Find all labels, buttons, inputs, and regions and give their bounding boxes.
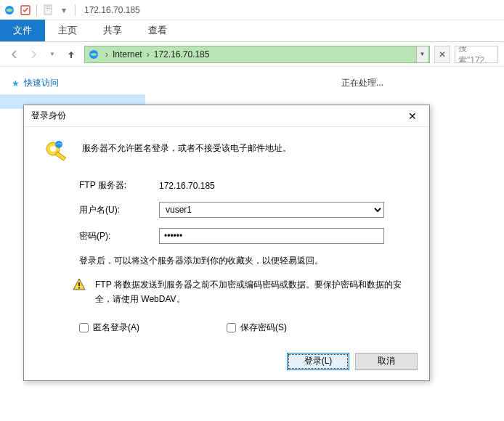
- login-dialog: 登录身份 ✕ 服务器不允许匿名登录，或者不接受该电子邮件地址。 FTP 服务器:: [23, 105, 430, 381]
- warning-icon: [72, 277, 86, 292]
- svg-rect-10: [78, 282, 80, 286]
- dialog-body: 服务器不允许匿名登录，或者不接受该电子邮件地址。 FTP 服务器: 172.16…: [24, 127, 429, 353]
- ribbon-tabs: 文件 主页 共享 查看: [0, 20, 504, 42]
- qat-separator-2: [75, 4, 76, 16]
- stop-refresh-button[interactable]: ✕: [434, 46, 450, 63]
- save-qat-icon[interactable]: [19, 4, 32, 17]
- username-select[interactable]: vuser1: [159, 202, 384, 218]
- chevron-right-icon[interactable]: ›: [104, 49, 110, 60]
- svg-rect-8: [55, 152, 65, 160]
- window-title: 172.16.70.185: [84, 5, 140, 15]
- favorite-note: 登录后，可以将这个服务器添加到你的收藏夹，以便轻易返回。: [79, 254, 410, 267]
- location-icon: [88, 49, 99, 60]
- anonymous-checkbox-label: 匿名登录(A): [93, 322, 139, 334]
- server-value: 172.16.70.185: [159, 181, 410, 191]
- save-password-checkbox-label: 保存密码(S): [240, 322, 287, 334]
- address-dropdown[interactable]: ▼: [416, 46, 428, 62]
- window-titlebar: ▾ 172.16.70.185: [0, 0, 504, 20]
- tab-home[interactable]: 主页: [45, 20, 90, 41]
- svg-rect-3: [46, 7, 50, 7]
- password-input[interactable]: [159, 228, 384, 244]
- nav-sidebar: ★ 快速访问: [0, 67, 145, 99]
- login-button[interactable]: 登录(L): [287, 353, 349, 370]
- server-label: FTP 服务器:: [79, 179, 159, 192]
- svg-rect-2: [44, 5, 52, 15]
- dialog-title: 登录身份: [31, 110, 66, 122]
- anonymous-checkbox-input[interactable]: [79, 323, 89, 332]
- navigation-bar: ▼ › Internet › 172.16.70.185 ▼ ✕ 搜索"172.: [0, 42, 504, 67]
- breadcrumb-host[interactable]: 172.16.70.185: [151, 49, 213, 60]
- forward-button[interactable]: [25, 46, 42, 63]
- star-icon: ★: [12, 78, 20, 89]
- tab-file[interactable]: 文件: [0, 20, 45, 41]
- status-text: 正在处理...: [341, 77, 383, 89]
- password-label: 密码(P):: [79, 230, 159, 242]
- dialog-titlebar: 登录身份 ✕: [24, 105, 429, 127]
- anonymous-checkbox[interactable]: 匿名登录(A): [79, 322, 139, 334]
- svg-rect-4: [46, 8, 50, 9]
- dialog-close-button[interactable]: ✕: [402, 107, 423, 125]
- svg-rect-11: [78, 287, 80, 289]
- key-icon: [43, 139, 70, 166]
- address-bar[interactable]: › Internet › 172.16.70.185 ▼: [84, 46, 430, 63]
- quick-access-label: 快速访问: [24, 77, 59, 89]
- warning-text: FTP 将数据发送到服务器之前不加密或编码密码或数据。要保护密码和数据的安全，请…: [95, 277, 410, 307]
- username-label: 用户名(U):: [79, 204, 159, 216]
- cancel-button[interactable]: 取消: [355, 353, 418, 370]
- chevron-right-icon[interactable]: ›: [145, 49, 151, 60]
- recent-dropdown[interactable]: ▼: [44, 46, 61, 63]
- back-button[interactable]: [6, 46, 23, 63]
- svg-point-7: [50, 146, 56, 152]
- search-input[interactable]: 搜索"172.: [455, 46, 498, 63]
- save-password-checkbox[interactable]: 保存密码(S): [227, 322, 287, 334]
- content-area: ★ 快速访问 正在处理... 登录身份 ✕ 服务器不允许匿名登录，或者不接受: [0, 67, 504, 421]
- breadcrumb-internet[interactable]: Internet: [110, 49, 145, 60]
- save-password-checkbox-input[interactable]: [227, 323, 236, 332]
- qat-separator: [36, 4, 37, 16]
- doc-qat-icon[interactable]: [41, 4, 54, 17]
- quick-access-link[interactable]: ★ 快速访问: [10, 74, 135, 92]
- tab-share[interactable]: 共享: [90, 20, 135, 41]
- up-button[interactable]: [62, 46, 80, 63]
- qat-dropdown-icon[interactable]: ▾: [57, 4, 70, 17]
- app-icon: [3, 4, 16, 17]
- dialog-message: 服务器不允许匿名登录，或者不接受该电子邮件地址。: [82, 139, 291, 166]
- tab-view[interactable]: 查看: [135, 20, 180, 41]
